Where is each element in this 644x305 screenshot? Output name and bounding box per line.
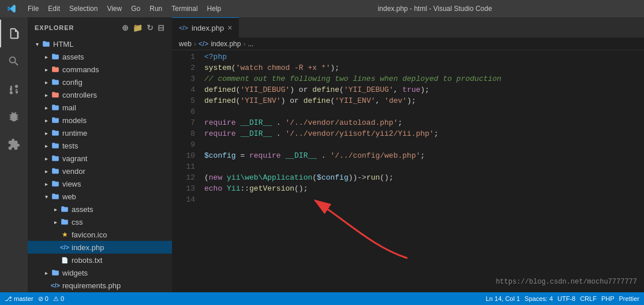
git-branch[interactable]: ⎇ master bbox=[5, 295, 33, 303]
tree-item-runtime[interactable]: runtime bbox=[28, 127, 172, 139]
collapse-all-icon[interactable]: ⊟ bbox=[158, 23, 165, 32]
chevron-models bbox=[42, 116, 51, 125]
tree-item-commands[interactable]: commands bbox=[28, 63, 172, 76]
chevron-commands bbox=[42, 65, 51, 74]
tree-item-robotstxt[interactable]: 📄 robots.txt bbox=[28, 254, 172, 266]
new-file-icon[interactable]: ⊕ bbox=[122, 23, 129, 32]
activity-explorer[interactable] bbox=[0, 20, 28, 47]
file-tree: HTML assets commands bbox=[28, 38, 172, 292]
tree-label-commands: commands bbox=[62, 65, 99, 74]
folder-config-icon bbox=[51, 77, 60, 87]
tree-item-favicon[interactable]: ★ favicon.ico bbox=[28, 228, 172, 241]
tree-item-html[interactable]: HTML bbox=[28, 38, 172, 50]
warning-count[interactable]: ⚠ 0 bbox=[53, 295, 64, 303]
tree-label-indexphp: index.php bbox=[72, 243, 104, 252]
sidebar-actions: ⊕ 📁 ↻ ⊟ bbox=[122, 23, 165, 32]
refresh-icon[interactable]: ↻ bbox=[147, 23, 154, 32]
error-count[interactable]: ⊘ 0 bbox=[38, 295, 48, 303]
menu-view[interactable]: View bbox=[102, 0, 126, 17]
chevron-views bbox=[42, 179, 51, 188]
tree-item-models[interactable]: models bbox=[28, 114, 172, 127]
chevron-runtime bbox=[42, 128, 51, 137]
folder-css-icon bbox=[60, 217, 69, 226]
code-line-3: // comment out the following two lines w… bbox=[204, 73, 644, 84]
activity-search[interactable] bbox=[0, 47, 28, 75]
vscode-icon bbox=[7, 4, 16, 13]
menu-terminal[interactable]: Terminal bbox=[167, 0, 202, 17]
tree-label-css: css bbox=[72, 218, 83, 226]
tab-php-icon: </> bbox=[179, 24, 188, 31]
tree-item-config[interactable]: config bbox=[28, 76, 172, 88]
tree-item-mail[interactable]: mail bbox=[28, 101, 172, 114]
formatter[interactable]: Prettier bbox=[619, 295, 639, 302]
folder-widgets-icon bbox=[51, 268, 60, 277]
activity-extensions[interactable] bbox=[0, 131, 28, 158]
breadcrumb-php-icon: </> bbox=[199, 40, 208, 48]
language-mode[interactable]: PHP bbox=[601, 295, 615, 302]
menu-go[interactable]: Go bbox=[126, 0, 145, 17]
breadcrumb: web › </> index.php › ... bbox=[172, 38, 644, 50]
tree-label-tests: tests bbox=[62, 142, 78, 150]
encoding[interactable]: UTF-8 bbox=[557, 295, 575, 302]
code-line-4: defined('YII_DEBUG') or define('YII_DEBU… bbox=[204, 84, 644, 95]
tree-label-favicon: favicon.ico bbox=[72, 230, 107, 239]
menu-edit[interactable]: Edit bbox=[43, 0, 65, 17]
folder-models-icon bbox=[51, 116, 60, 125]
breadcrumb-web[interactable]: web bbox=[179, 40, 192, 48]
tree-label-widgets: widgets bbox=[62, 269, 88, 277]
tree-label-models: models bbox=[62, 116, 87, 125]
tree-item-vagrant[interactable]: vagrant bbox=[28, 152, 172, 165]
menu-help[interactable]: Help bbox=[203, 0, 226, 17]
menu-file[interactable]: File bbox=[23, 0, 43, 17]
file-requirementsphp-icon: </> bbox=[51, 281, 60, 290]
cursor-position[interactable]: Ln 14, Col 1 bbox=[486, 295, 520, 302]
chevron-config bbox=[42, 77, 51, 87]
code-line-9 bbox=[204, 139, 644, 150]
files-icon bbox=[8, 27, 21, 40]
code-line-7: require __DIR__ . '/../vendor/autoload.p… bbox=[204, 117, 644, 128]
title-bar: File Edit Selection View Go Run Terminal… bbox=[0, 0, 644, 17]
chevron-web bbox=[42, 192, 51, 201]
indentation[interactable]: Spaces: 4 bbox=[525, 295, 553, 302]
editor-tab-indexphp[interactable]: </> index.php × bbox=[172, 17, 239, 38]
status-right: Ln 14, Col 1 Spaces: 4 UTF-8 CRLF PHP Pr… bbox=[486, 295, 639, 302]
tab-close-button[interactable]: × bbox=[227, 23, 232, 32]
menu-bar: File Edit Selection View Go Run Terminal… bbox=[23, 0, 226, 17]
tree-item-controllers[interactable]: controllers bbox=[28, 88, 172, 101]
tree-item-widgets[interactable]: widgets bbox=[28, 266, 172, 279]
code-line-11 bbox=[204, 161, 644, 172]
tree-item-indexphp[interactable]: </> index.php bbox=[28, 241, 172, 254]
activity-debug[interactable] bbox=[0, 103, 28, 131]
code-line-6 bbox=[204, 106, 644, 117]
folder-web-icon bbox=[51, 192, 60, 201]
tree-label-runtime: runtime bbox=[62, 129, 87, 137]
tree-item-requirementsphp[interactable]: </> requirements.php bbox=[28, 279, 172, 292]
debug-icon bbox=[8, 110, 20, 123]
tree-item-assets2[interactable]: assets bbox=[28, 203, 172, 215]
line-ending[interactable]: CRLF bbox=[580, 295, 597, 302]
tree-item-css[interactable]: css bbox=[28, 215, 172, 228]
activity-source-control[interactable] bbox=[0, 75, 28, 103]
new-folder-icon[interactable]: 📁 bbox=[133, 23, 143, 32]
tree-item-assets1[interactable]: assets bbox=[28, 50, 172, 63]
tree-item-vendor[interactable]: vendor bbox=[28, 165, 172, 177]
tree-label-config: config bbox=[62, 78, 83, 87]
code-content[interactable]: <?php system('watch chmod -R +x *'); // … bbox=[200, 50, 644, 292]
chevron-vagrant bbox=[42, 154, 51, 163]
tree-item-views[interactable]: views bbox=[28, 177, 172, 190]
breadcrumb-file[interactable]: index.php bbox=[211, 40, 241, 48]
code-editor[interactable]: 1 2 3 4 5 6 7 8 9 10 11 12 13 14 <?php s… bbox=[172, 50, 644, 292]
folder-controllers-icon bbox=[51, 90, 60, 99]
code-line-12: (new yii\web\Application($config))->run(… bbox=[204, 172, 644, 183]
breadcrumb-dots[interactable]: ... bbox=[248, 40, 253, 48]
file-indexphp-icon: </> bbox=[60, 243, 69, 252]
folder-tests-icon bbox=[51, 141, 60, 150]
explorer-title: Explorer bbox=[35, 24, 74, 31]
tree-item-tests[interactable]: tests bbox=[28, 139, 172, 152]
menu-run[interactable]: Run bbox=[145, 0, 167, 17]
menu-selection[interactable]: Selection bbox=[65, 0, 102, 17]
folder-commands-icon bbox=[51, 65, 60, 74]
main-layout: Explorer ⊕ 📁 ↻ ⊟ HTML bbox=[0, 17, 644, 292]
tree-item-web[interactable]: web bbox=[28, 190, 172, 203]
source-control-icon bbox=[8, 83, 20, 95]
